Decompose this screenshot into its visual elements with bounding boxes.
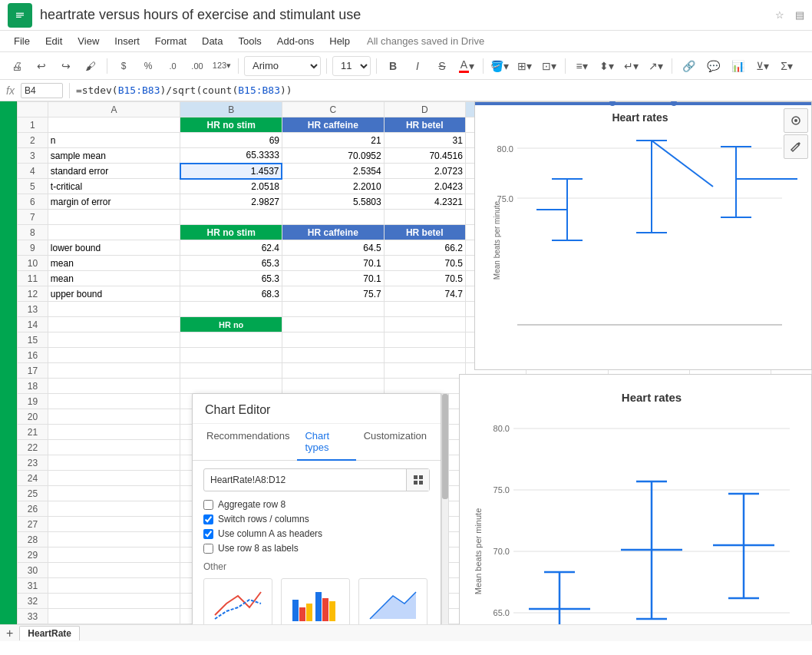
menu-data[interactable]: Data <box>196 34 229 48</box>
menu-edit[interactable]: Edit <box>39 34 68 48</box>
cell-c3[interactable]: 70.0952 <box>282 148 384 164</box>
col-header-c[interactable]: C <box>282 102 384 117</box>
cell-a11[interactable]: mean <box>48 271 180 286</box>
cell-a1[interactable] <box>48 117 180 133</box>
switch-rows-checkbox[interactable] <box>203 514 213 524</box>
cell-a13[interactable] <box>48 302 180 317</box>
cell-a14[interactable] <box>48 317 180 332</box>
cell-d12[interactable]: 74.7 <box>384 286 465 302</box>
cell-a7[interactable] <box>48 210 180 225</box>
cell-a8[interactable] <box>48 225 180 240</box>
bold-button[interactable]: B <box>382 55 404 77</box>
col-header-d[interactable]: D <box>384 102 465 117</box>
sheet-tab-heartrate[interactable]: HeartRate <box>19 626 80 640</box>
cell-a4[interactable]: standard error <box>48 164 180 179</box>
star-icon[interactable]: ☆ <box>775 9 784 21</box>
col-a-headers-checkbox[interactable] <box>203 529 213 539</box>
cell-b2[interactable]: 69 <box>180 133 282 148</box>
add-sheet-button[interactable]: + <box>6 627 13 640</box>
number-format-button[interactable]: 123▾ <box>211 55 233 77</box>
text-color-button[interactable]: A▾ <box>456 55 477 77</box>
rotate-button[interactable]: ↗▾ <box>645 55 666 77</box>
data-range-input[interactable] <box>204 471 406 489</box>
cell-b5[interactable]: 2.0518 <box>180 179 282 194</box>
chart-editor-scrollbar[interactable] <box>441 393 449 624</box>
cell-b3[interactable]: 65.3333 <box>180 148 282 164</box>
comment-button[interactable]: 💬 <box>702 55 724 77</box>
cell-b14[interactable]: HR no <box>180 317 282 332</box>
chart-1[interactable]: Heart rates 80.0 75.0 Mean beats per min… <box>474 101 812 370</box>
filter-button[interactable]: ⊻▾ <box>751 55 773 77</box>
scrollbar-thumb[interactable] <box>442 394 448 499</box>
menu-insert[interactable]: Insert <box>108 34 146 48</box>
tab-chart-types[interactable]: Chart types <box>297 424 355 461</box>
cell-a12[interactable]: upper bound <box>48 286 180 302</box>
cell-c11[interactable]: 70.1 <box>282 271 384 286</box>
cell-a2[interactable]: n <box>48 133 180 148</box>
undo-button[interactable]: ↩ <box>31 55 52 77</box>
strikethrough-button[interactable]: S <box>431 55 453 77</box>
cell-d1[interactable]: HR betel <box>384 117 465 133</box>
cell-b1[interactable]: HR no stim <box>180 117 282 133</box>
cell-c9[interactable]: 64.5 <box>282 240 384 256</box>
menu-tools[interactable]: Tools <box>232 34 267 48</box>
cell-c4[interactable]: 2.5354 <box>282 164 384 179</box>
decimal-increase-button[interactable]: .00 <box>186 55 208 77</box>
cell-reference[interactable] <box>21 83 63 98</box>
cell-c5[interactable]: 2.2010 <box>282 179 384 194</box>
cell-c12[interactable]: 75.7 <box>282 286 384 302</box>
cell-c10[interactable]: 70.1 <box>282 256 384 271</box>
cell-d2[interactable]: 31 <box>384 133 465 148</box>
cell-c6[interactable]: 5.5803 <box>282 194 384 210</box>
row8-labels-checkbox[interactable] <box>203 544 213 554</box>
cell-b13[interactable] <box>180 302 282 317</box>
cell-d13[interactable] <box>384 302 465 317</box>
borders-button[interactable]: ⊞▾ <box>513 55 535 77</box>
italic-button[interactable]: I <box>407 55 428 77</box>
print-button[interactable]: 🖨 <box>6 55 28 77</box>
cell-c7[interactable] <box>282 210 384 225</box>
chart-view-button[interactable] <box>784 108 808 133</box>
valign-button[interactable]: ⬍▾ <box>596 55 617 77</box>
menu-help[interactable]: Help <box>323 34 356 48</box>
cell-d9[interactable]: 66.2 <box>384 240 465 256</box>
cell-b8[interactable]: HR no stim <box>180 225 282 240</box>
cell-a5[interactable]: t-critical <box>48 179 180 194</box>
menu-addons[interactable]: Add-ons <box>271 34 320 48</box>
chart-type-bar[interactable] <box>281 578 350 624</box>
tab-recommendations[interactable]: Recommendations <box>199 424 297 461</box>
link-button[interactable]: 🔗 <box>678 55 699 77</box>
tab-customization[interactable]: Customization <box>356 424 434 461</box>
col-header-b[interactable]: B <box>180 102 282 117</box>
chart-2[interactable]: Heart rates Mean beats per minute 80.0 7… <box>459 374 812 624</box>
cell-d3[interactable]: 70.4516 <box>384 148 465 164</box>
cell-a3[interactable]: sample mean <box>48 148 180 164</box>
cell-b7[interactable] <box>180 210 282 225</box>
cell-b9[interactable]: 62.4 <box>180 240 282 256</box>
cell-c13[interactable] <box>282 302 384 317</box>
cell-b11[interactable]: 65.3 <box>180 271 282 286</box>
font-size-selector[interactable]: 11 <box>332 56 371 76</box>
font-selector[interactable]: Arimo <box>244 56 321 76</box>
cell-d4[interactable]: 2.0723 <box>384 164 465 179</box>
functions-button[interactable]: Σ▾ <box>776 55 797 77</box>
cell-b10[interactable]: 65.3 <box>180 256 282 271</box>
cell-d11[interactable]: 70.5 <box>384 271 465 286</box>
wrap-button[interactable]: ↵▾ <box>620 55 642 77</box>
cell-d14[interactable] <box>384 317 465 332</box>
cell-a9[interactable]: lower bound <box>48 240 180 256</box>
data-range-grid-icon[interactable] <box>406 469 429 491</box>
cell-a6[interactable]: margin of error <box>48 194 180 210</box>
cell-c1[interactable]: HR caffeine <box>282 117 384 133</box>
col-header-a[interactable]: A <box>48 102 180 117</box>
menu-view[interactable]: View <box>71 34 105 48</box>
percent-button[interactable]: % <box>137 55 159 77</box>
chart-type-line[interactable] <box>203 578 272 624</box>
chart-edit-button[interactable] <box>784 134 808 159</box>
cell-c2[interactable]: 21 <box>282 133 384 148</box>
menu-file[interactable]: File <box>8 34 36 48</box>
cell-c14[interactable] <box>282 317 384 332</box>
cell-c8[interactable]: HR caffeine <box>282 225 384 240</box>
align-button[interactable]: ≡▾ <box>571 55 592 77</box>
cell-d10[interactable]: 70.5 <box>384 256 465 271</box>
